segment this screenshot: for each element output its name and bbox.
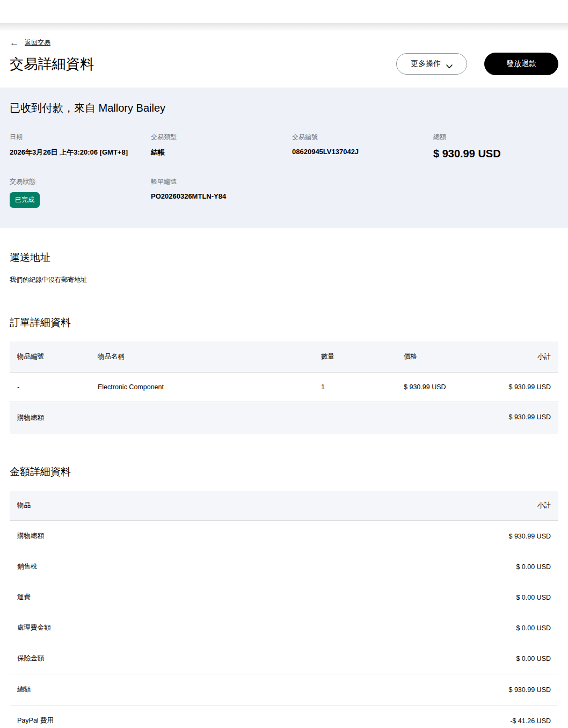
order-details-table: 物品編號 物品名稱 數量 價格 小計 - Electronic Componen… xyxy=(10,341,558,434)
order-details-heading: 訂單詳細資料 xyxy=(10,316,558,330)
amount-row-label: PayPal 費用 xyxy=(17,716,54,725)
column-header-subtotal: 小計 xyxy=(477,341,558,372)
order-table-row: - Electronic Component 1 $ 930.99 USD $ … xyxy=(10,373,558,402)
gross-amount-value: $ 930.99 USD xyxy=(433,148,558,160)
column-header-amount-subtotal: 小計 xyxy=(537,501,551,510)
top-bar-shadow xyxy=(0,23,568,32)
transaction-type-label: 交易類型 xyxy=(151,133,292,142)
amount-row-shipping: 運費 $ 0.00 USD xyxy=(10,582,558,613)
column-header-item-name: 物品名稱 xyxy=(90,341,314,372)
transaction-type-field: 交易類型 結帳 xyxy=(151,133,292,160)
amount-row-value: $ 0.00 USD xyxy=(516,594,551,601)
amount-row-handling: 處理費金額 $ 0.00 USD xyxy=(10,613,558,643)
amount-row-value: $ 0.00 USD xyxy=(516,624,551,632)
purchase-total-value: $ 930.99 USD xyxy=(477,402,558,434)
amount-row-label: 處理費金額 xyxy=(17,623,51,632)
column-header-item-id: 物品編號 xyxy=(10,341,90,372)
issue-refund-button[interactable]: 發放退款 xyxy=(484,53,558,75)
amount-row-value: $ 0.00 USD xyxy=(516,655,551,663)
shipping-address-heading: 運送地址 xyxy=(10,251,558,265)
column-header-qty: 數量 xyxy=(314,341,396,372)
amount-row-label: 總額 xyxy=(17,685,31,694)
amount-row-gross-total: 總額 $ 930.99 USD xyxy=(10,674,558,705)
payment-received-heading: 已收到付款，來自 Mallory Bailey xyxy=(10,101,558,115)
more-actions-label: 更多操作 xyxy=(411,59,441,69)
gross-amount-field: 總額 $ 930.99 USD xyxy=(433,133,558,160)
shipping-address-empty-text: 我們的紀錄中沒有郵寄地址 xyxy=(10,275,558,285)
date-value: 2026年3月26日 上午3:20:06 [GMT+8] xyxy=(10,148,151,157)
date-label: 日期 xyxy=(10,133,151,142)
order-table-header: 物品編號 物品名稱 數量 價格 小計 xyxy=(10,341,558,373)
chevron-down-icon xyxy=(446,62,453,66)
payment-summary-panel: 已收到付款，來自 Mallory Bailey 日期 2026年3月26日 上午… xyxy=(0,88,568,228)
invoice-id-label: 帳單編號 xyxy=(151,177,292,186)
item-price-cell: $ 930.99 USD xyxy=(396,373,477,402)
order-table-total-row: 購物總額 $ 930.99 USD xyxy=(10,402,558,434)
back-navigation: ← 返回交易 xyxy=(10,38,558,47)
amount-row-label: 購物總額 xyxy=(17,532,44,541)
item-subtotal-cell: $ 930.99 USD xyxy=(477,373,558,402)
amount-row-paypal-fee: PayPal 費用 -$ 41.26 USD xyxy=(10,705,558,728)
column-header-price: 價格 xyxy=(396,341,477,372)
top-app-bar xyxy=(0,0,568,23)
amount-row-sales-tax: 銷售稅 $ 0.00 USD xyxy=(10,551,558,582)
page-header: ← 返回交易 交易詳細資料 更多操作 發放退款 xyxy=(0,38,568,75)
more-actions-button[interactable]: 更多操作 xyxy=(396,53,467,75)
amount-row-value: $ 930.99 USD xyxy=(508,533,551,540)
item-id-cell: - xyxy=(10,373,90,402)
invoice-id-value: PO20260326MTLN-Y84 xyxy=(151,192,292,200)
back-arrow-icon[interactable]: ← xyxy=(10,38,19,47)
item-qty-cell: 1 xyxy=(314,373,396,402)
amount-details-heading: 金額詳細資料 xyxy=(10,465,558,479)
amount-row-value: -$ 41.26 USD xyxy=(510,717,551,725)
transaction-id-field: 交易編號 08620945LV137042J xyxy=(292,133,433,160)
amount-row-insurance: 保險金額 $ 0.00 USD xyxy=(10,643,558,674)
amount-row-label: 銷售稅 xyxy=(17,562,38,571)
transaction-id-label: 交易編號 xyxy=(292,133,433,142)
amount-details-table: 物品 小計 購物總額 $ 930.99 USD 銷售稅 $ 0.00 USD 運… xyxy=(10,491,558,728)
purchase-total-label: 購物總額 xyxy=(10,402,477,434)
transaction-status-label: 交易狀態 xyxy=(10,177,151,186)
back-to-transactions-link[interactable]: 返回交易 xyxy=(25,38,50,47)
amounts-table-header: 物品 小計 xyxy=(10,491,558,521)
date-field: 日期 2026年3月26日 上午3:20:06 [GMT+8] xyxy=(10,133,151,160)
amount-row-value: $ 0.00 USD xyxy=(516,563,551,571)
transaction-type-value: 結帳 xyxy=(151,148,292,157)
amount-row-value: $ 930.99 USD xyxy=(508,686,551,694)
page-title: 交易詳細資料 xyxy=(10,55,94,74)
transaction-id-value: 08620945LV137042J xyxy=(292,148,433,156)
column-header-item: 物品 xyxy=(17,501,31,510)
gross-amount-label: 總額 xyxy=(433,133,558,142)
item-name-cell: Electronic Component xyxy=(90,373,314,402)
amount-row-label: 保險金額 xyxy=(17,654,44,663)
transaction-status-field: 交易狀態 已完成 xyxy=(10,177,151,208)
amount-row-purchase-total: 購物總額 $ 930.99 USD xyxy=(10,521,558,551)
status-badge: 已完成 xyxy=(10,192,40,208)
amount-row-label: 運費 xyxy=(17,593,31,602)
invoice-id-field: 帳單編號 PO20260326MTLN-Y84 xyxy=(151,177,292,208)
